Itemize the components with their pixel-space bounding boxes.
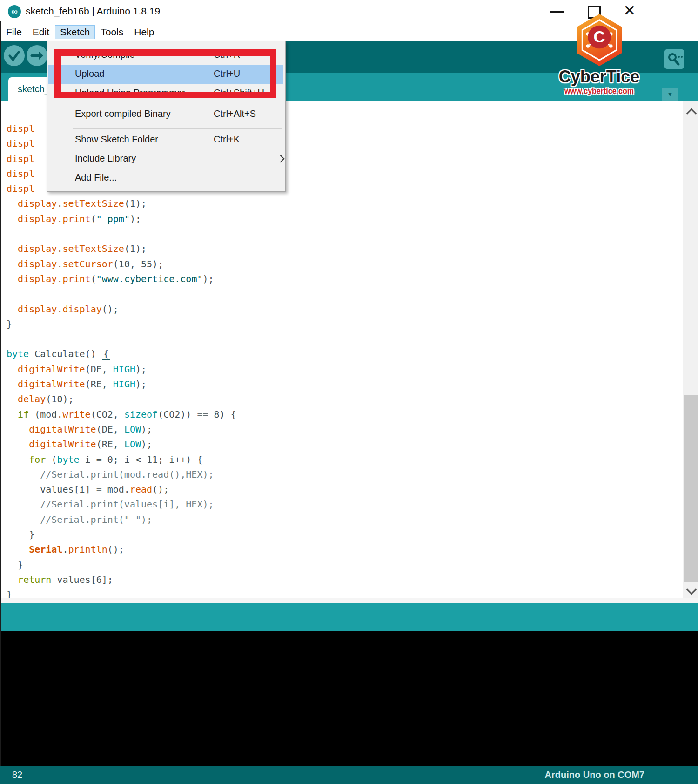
scroll-down-icon[interactable]: [686, 584, 697, 595]
menu-separator: [73, 128, 282, 129]
code-line: digitalWrite(RE, HIGH);: [7, 377, 236, 392]
code-line: //Serial.print(" ");: [7, 512, 236, 527]
menu-tools[interactable]: Tools: [95, 25, 128, 39]
code-line: Serial.println();: [7, 542, 236, 557]
menu-item-show-sketch-folder[interactable]: Show Sketch FolderCtrl+K: [48, 130, 283, 149]
menu-item-label: Export compiled Binary: [75, 108, 171, 119]
menu-item-shortcut: Ctrl+K: [214, 134, 240, 145]
arduino-ide-window: ∞ sketch_feb16b | Arduino 1.8.19 ✕ File …: [0, 0, 698, 784]
code-line: for (byte i = 0; i < 11; i++) {: [7, 452, 236, 467]
console-output: [0, 631, 698, 766]
code-line: delay(10);: [7, 392, 236, 406]
code-line: digitalWrite(RE, LOW);: [7, 437, 236, 452]
code-line: return values[6];: [7, 572, 236, 587]
window-left-border: [0, 21, 1, 766]
svg-text:C: C: [593, 28, 605, 46]
verify-button[interactable]: [4, 45, 25, 66]
code-line: display.print("www.cybertice.com");: [7, 271, 236, 286]
line-number: 82: [12, 770, 22, 780]
menu-item-shortcut: Ctrl+Alt+S: [214, 108, 256, 119]
menu-file[interactable]: File: [1, 25, 27, 39]
code-line: display.setCursor(10, 55);: [7, 257, 236, 271]
code-line: if (mod.write(CO2, sizeof(CO2)) == 8) {: [7, 407, 236, 422]
code-line: [7, 226, 236, 241]
code-line: digitalWrite(DE, LOW);: [7, 422, 236, 437]
code-line: display.setTextSize(1);: [7, 196, 236, 211]
code-line: display.print(" ppm");: [7, 211, 236, 226]
menu-item-label: Add File...: [75, 172, 117, 183]
menu-item-add-file[interactable]: Add File...: [48, 169, 283, 188]
menu-help[interactable]: Help: [129, 25, 159, 39]
horizontal-scrollbar[interactable]: [0, 598, 698, 603]
code-line: digitalWrite(DE, HIGH);: [7, 362, 236, 377]
code-line: display.display();: [7, 302, 236, 317]
code-line: }: [7, 527, 236, 542]
watermark-brand: CyberTice: [558, 67, 640, 87]
menu-item-include-library[interactable]: Include Library: [48, 149, 283, 169]
window-title: sketch_feb16b | Arduino 1.8.19: [26, 6, 160, 17]
code-line: //Serial.print(mod.read(),HEX);: [7, 467, 236, 482]
code-line: }: [7, 557, 236, 572]
arduino-logo-icon: ∞: [8, 5, 21, 18]
code-line: display.setTextSize(1);: [7, 241, 236, 256]
vertical-scrollbar[interactable]: [683, 101, 698, 598]
watermark-url: www.cybertice.com: [558, 87, 640, 95]
editor-console-divider[interactable]: [0, 603, 698, 631]
board-port-info: Arduino Uno on COM7: [545, 770, 644, 780]
chevron-right-icon: [277, 155, 285, 163]
code-line: byte Calculate() {: [7, 346, 236, 361]
code-line: }: [7, 317, 236, 331]
code-line: values[i] = mod.read();: [7, 482, 236, 497]
checkmark-icon: [4, 45, 25, 66]
menu-item-label: Show Sketch Folder: [75, 134, 158, 145]
arrow-right-icon: [27, 45, 47, 66]
code-line: }: [7, 587, 236, 598]
annotation-rectangle: [54, 49, 276, 98]
code-line: //Serial.print(values[i], HEX);: [7, 497, 236, 512]
menu-item-export-compiled-binary[interactable]: Export compiled BinaryCtrl+Alt+S: [48, 105, 283, 124]
menu-edit[interactable]: Edit: [27, 25, 54, 39]
code-text: displdispldispldispldispl display.setTex…: [7, 121, 236, 598]
serial-monitor-button[interactable]: [664, 49, 684, 69]
code-line: [7, 331, 236, 346]
code-line: [7, 286, 236, 301]
cybertice-watermark: C CyberTice www.cybertice.com: [558, 14, 640, 95]
tab-list-dropdown[interactable]: ▼: [662, 88, 678, 101]
status-bar: 82 Arduino Uno on COM7: [0, 766, 698, 784]
minimize-icon[interactable]: [550, 11, 564, 13]
menu-item-label: Include Library: [75, 153, 136, 164]
magnifier-icon: [664, 49, 684, 69]
scroll-up-icon[interactable]: [686, 108, 697, 119]
menu-sketch[interactable]: Sketch: [55, 25, 95, 39]
scrollbar-thumb[interactable]: [684, 395, 698, 582]
upload-button[interactable]: [27, 45, 47, 66]
cybertice-shield-icon: C: [575, 14, 624, 66]
